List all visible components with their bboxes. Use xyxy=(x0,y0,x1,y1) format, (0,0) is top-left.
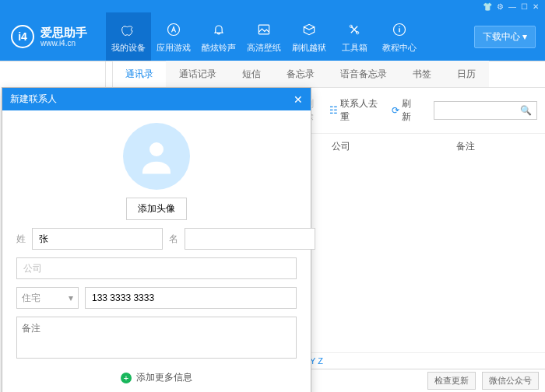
svg-point-2 xyxy=(350,25,352,27)
tab-notes[interactable]: 备忘录 xyxy=(273,61,328,87)
app-window: 👕 ⚙ — ☐ ✕ i4 爱思助手 www.i4.cn 我的设备 应用游戏 酷 xyxy=(0,0,545,392)
nav-label: 高清壁纸 xyxy=(247,42,281,54)
person-icon xyxy=(135,135,178,177)
nav-label: 我的设备 xyxy=(111,42,146,54)
surname-label: 姓 xyxy=(16,228,26,250)
minimize-icon[interactable]: — xyxy=(508,2,516,11)
add-more-button[interactable]: + 添加更多信息 xyxy=(116,366,197,389)
box-icon xyxy=(300,20,318,39)
nav-apps[interactable]: 应用游戏 xyxy=(151,12,196,61)
titlebar: 👕 ⚙ — ☐ ✕ xyxy=(0,0,545,12)
tab-sms[interactable]: 短信 xyxy=(229,61,274,87)
nav-tutorials[interactable]: 教程中心 xyxy=(377,12,422,61)
nav-ringtones[interactable]: 酷炫铃声 xyxy=(196,12,241,61)
plus-circle-icon: + xyxy=(121,373,132,383)
given-name-label: 名 xyxy=(169,228,178,250)
company-input[interactable] xyxy=(16,257,297,279)
refresh-icon: ⟳ xyxy=(392,105,399,116)
tab-bookmarks[interactable]: 书签 xyxy=(399,61,445,87)
surname-input[interactable] xyxy=(32,228,163,250)
image-icon xyxy=(255,20,273,39)
search-icon: 🔍 xyxy=(520,105,532,116)
nav-label: 教程中心 xyxy=(382,42,417,54)
avatar-placeholder[interactable] xyxy=(123,123,190,190)
bell-icon xyxy=(209,20,228,39)
download-center-button[interactable]: 下载中心 ▾ xyxy=(474,26,536,48)
add-more-label: 添加更多信息 xyxy=(136,371,192,384)
svg-point-0 xyxy=(168,23,180,35)
brand: i4 爱思助手 www.i4.cn xyxy=(0,25,106,48)
nav-label: 工具箱 xyxy=(342,42,367,54)
check-update-button[interactable]: 检查更新 xyxy=(427,372,476,390)
nav-my-device[interactable]: 我的设备 xyxy=(106,12,151,61)
chevron-down-icon: ▾ xyxy=(69,292,73,303)
tools-icon xyxy=(345,20,364,39)
maximize-icon[interactable]: ☐ xyxy=(521,2,528,11)
svg-rect-1 xyxy=(258,25,269,34)
brand-url: www.i4.cn xyxy=(40,39,87,48)
appstore-icon xyxy=(164,20,183,39)
tabs: 通讯录 通话记录 短信 备忘录 语音备忘录 书签 日历 xyxy=(106,61,545,88)
svg-point-5 xyxy=(149,142,164,156)
phone-type-select[interactable]: 住宅 ▾ xyxy=(16,287,79,309)
alpha-Z[interactable]: Z xyxy=(318,356,323,366)
brand-name: 爱思助手 xyxy=(40,26,87,39)
shirt-icon[interactable]: 👕 xyxy=(483,2,492,11)
refresh-button[interactable]: ⟳刷新 xyxy=(392,97,419,124)
info-icon xyxy=(390,20,409,39)
nav-toolbox[interactable]: 工具箱 xyxy=(332,12,377,61)
gear-icon[interactable]: ⚙ xyxy=(497,2,504,11)
nav-wallpapers[interactable]: 高清壁纸 xyxy=(241,12,287,61)
col-notes: 备注 xyxy=(456,140,545,153)
nav-label: 刷机越狱 xyxy=(292,42,326,54)
apple-icon xyxy=(119,20,138,39)
new-contact-dialog: 新建联系人 ✕ 添加头像 姓 名 住宅 ▾ xyxy=(2,87,311,392)
wechat-button[interactable]: 微信公众号 xyxy=(482,372,539,390)
phone-input[interactable] xyxy=(85,287,297,309)
nav-jailbreak[interactable]: 刷机越狱 xyxy=(287,12,332,61)
col-company: 公司 xyxy=(332,140,448,153)
phone-type-value: 住宅 xyxy=(22,292,40,305)
nav: 我的设备 应用游戏 酷炫铃声 高清壁纸 刷机越狱 工具箱 xyxy=(106,12,469,61)
dialog-close-icon[interactable]: ✕ xyxy=(294,93,303,106)
notes-input[interactable] xyxy=(16,317,297,359)
tab-voice-memos[interactable]: 语音备忘录 xyxy=(327,61,400,87)
svg-point-3 xyxy=(357,31,359,33)
tab-contacts[interactable]: 通讯录 xyxy=(112,61,167,87)
search-input[interactable]: 🔍 xyxy=(434,101,537,120)
dedupe-button[interactable]: ☷联系人去重 xyxy=(329,97,384,124)
dialog-title-bar: 新建联系人 ✕ xyxy=(2,88,311,110)
header: i4 爱思助手 www.i4.cn 我的设备 应用游戏 酷炫铃声 高清壁纸 xyxy=(0,12,545,61)
dedupe-icon: ☷ xyxy=(329,105,338,116)
dialog-title: 新建联系人 xyxy=(10,93,57,106)
given-name-input[interactable] xyxy=(185,228,315,250)
close-icon[interactable]: ✕ xyxy=(533,2,539,11)
add-avatar-button[interactable]: 添加头像 xyxy=(126,198,187,220)
nav-label: 酷炫铃声 xyxy=(202,42,236,54)
tab-call-log[interactable]: 通话记录 xyxy=(166,61,230,87)
tab-calendar[interactable]: 日历 xyxy=(444,61,489,87)
brand-logo-icon: i4 xyxy=(11,25,34,48)
nav-label: 应用游戏 xyxy=(156,42,191,54)
